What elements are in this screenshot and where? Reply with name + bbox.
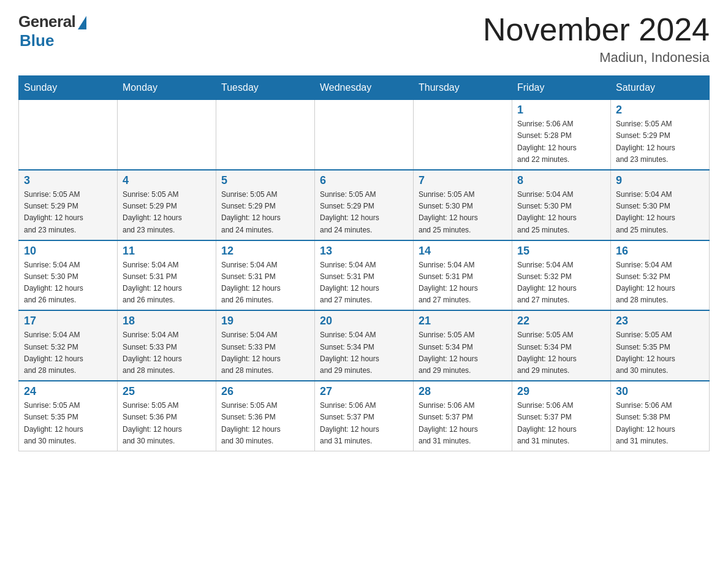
calendar-cell	[19, 100, 118, 170]
calendar-cell	[315, 100, 414, 170]
day-number: 9	[616, 174, 704, 187]
day-info: Sunrise: 5:04 AM Sunset: 5:33 PM Dayligh…	[221, 329, 309, 377]
weekday-header-monday: Monday	[118, 76, 216, 100]
day-number: 18	[123, 315, 211, 327]
weekday-header-row: SundayMondayTuesdayWednesdayThursdayFrid…	[19, 76, 710, 100]
calendar-cell: 29Sunrise: 5:06 AM Sunset: 5:37 PM Dayli…	[512, 381, 611, 451]
day-number: 26	[221, 385, 309, 398]
day-number: 1	[517, 104, 605, 117]
day-info: Sunrise: 5:06 AM Sunset: 5:37 PM Dayligh…	[419, 400, 507, 447]
day-number: 15	[517, 245, 605, 258]
day-number: 30	[616, 385, 704, 398]
calendar-cell: 17Sunrise: 5:04 AM Sunset: 5:32 PM Dayli…	[19, 310, 118, 381]
logo-blue-text: Blue	[20, 31, 54, 50]
day-info: Sunrise: 5:05 AM Sunset: 5:36 PM Dayligh…	[123, 400, 211, 447]
day-info: Sunrise: 5:05 AM Sunset: 5:30 PM Dayligh…	[419, 189, 507, 236]
calendar-cell: 27Sunrise: 5:06 AM Sunset: 5:37 PM Dayli…	[315, 381, 414, 451]
day-info: Sunrise: 5:04 AM Sunset: 5:32 PM Dayligh…	[616, 259, 704, 307]
day-number: 7	[419, 174, 507, 187]
calendar-cell	[414, 100, 512, 170]
day-info: Sunrise: 5:05 AM Sunset: 5:34 PM Dayligh…	[419, 329, 507, 377]
calendar-cell: 15Sunrise: 5:04 AM Sunset: 5:32 PM Dayli…	[512, 240, 611, 311]
calendar-week-row: 1Sunrise: 5:06 AM Sunset: 5:28 PM Daylig…	[19, 100, 710, 170]
calendar-cell: 20Sunrise: 5:04 AM Sunset: 5:34 PM Dayli…	[315, 310, 414, 381]
day-info: Sunrise: 5:05 AM Sunset: 5:29 PM Dayligh…	[24, 189, 112, 236]
weekday-header-thursday: Thursday	[414, 76, 512, 100]
day-info: Sunrise: 5:05 AM Sunset: 5:34 PM Dayligh…	[517, 329, 605, 377]
day-info: Sunrise: 5:04 AM Sunset: 5:30 PM Dayligh…	[24, 259, 112, 307]
day-number: 27	[320, 385, 408, 398]
day-info: Sunrise: 5:05 AM Sunset: 5:29 PM Dayligh…	[616, 118, 704, 166]
calendar-cell: 25Sunrise: 5:05 AM Sunset: 5:36 PM Dayli…	[118, 381, 216, 451]
calendar-cell: 11Sunrise: 5:04 AM Sunset: 5:31 PM Dayli…	[118, 240, 216, 311]
weekday-header-wednesday: Wednesday	[315, 76, 414, 100]
day-number: 12	[221, 245, 309, 258]
calendar-cell: 6Sunrise: 5:05 AM Sunset: 5:29 PM Daylig…	[315, 170, 414, 240]
day-number: 22	[517, 315, 605, 327]
day-info: Sunrise: 5:05 AM Sunset: 5:35 PM Dayligh…	[24, 400, 112, 447]
day-info: Sunrise: 5:06 AM Sunset: 5:37 PM Dayligh…	[517, 400, 605, 447]
calendar-cell: 18Sunrise: 5:04 AM Sunset: 5:33 PM Dayli…	[118, 310, 216, 381]
day-number: 8	[517, 174, 605, 187]
title-area: November 2024 Madiun, Indonesia	[483, 12, 710, 66]
weekday-header-friday: Friday	[512, 76, 611, 100]
calendar-cell: 23Sunrise: 5:05 AM Sunset: 5:35 PM Dayli…	[611, 310, 710, 381]
calendar-cell: 2Sunrise: 5:05 AM Sunset: 5:29 PM Daylig…	[611, 100, 710, 170]
day-info: Sunrise: 5:05 AM Sunset: 5:36 PM Dayligh…	[221, 400, 309, 447]
day-info: Sunrise: 5:05 AM Sunset: 5:35 PM Dayligh…	[616, 329, 704, 377]
weekday-header-tuesday: Tuesday	[216, 76, 315, 100]
day-number: 23	[616, 315, 704, 327]
calendar-cell: 9Sunrise: 5:04 AM Sunset: 5:30 PM Daylig…	[611, 170, 710, 240]
calendar-cell: 12Sunrise: 5:04 AM Sunset: 5:31 PM Dayli…	[216, 240, 315, 311]
day-info: Sunrise: 5:04 AM Sunset: 5:31 PM Dayligh…	[320, 259, 408, 307]
day-number: 25	[123, 385, 211, 398]
day-info: Sunrise: 5:04 AM Sunset: 5:32 PM Dayligh…	[24, 329, 112, 377]
day-number: 20	[320, 315, 408, 327]
day-number: 29	[517, 385, 605, 398]
day-info: Sunrise: 5:04 AM Sunset: 5:34 PM Dayligh…	[320, 329, 408, 377]
day-number: 16	[616, 245, 704, 258]
calendar-cell: 22Sunrise: 5:05 AM Sunset: 5:34 PM Dayli…	[512, 310, 611, 381]
day-number: 19	[221, 315, 309, 327]
weekday-header-saturday: Saturday	[611, 76, 710, 100]
calendar-cell: 7Sunrise: 5:05 AM Sunset: 5:30 PM Daylig…	[414, 170, 512, 240]
calendar-cell: 21Sunrise: 5:05 AM Sunset: 5:34 PM Dayli…	[414, 310, 512, 381]
calendar-cell: 5Sunrise: 5:05 AM Sunset: 5:29 PM Daylig…	[216, 170, 315, 240]
calendar-cell: 30Sunrise: 5:06 AM Sunset: 5:38 PM Dayli…	[611, 381, 710, 451]
day-number: 13	[320, 245, 408, 258]
day-info: Sunrise: 5:04 AM Sunset: 5:33 PM Dayligh…	[123, 329, 211, 377]
calendar-cell: 3Sunrise: 5:05 AM Sunset: 5:29 PM Daylig…	[19, 170, 118, 240]
logo-general-text: General	[18, 12, 75, 31]
day-number: 11	[123, 245, 211, 258]
calendar-cell: 10Sunrise: 5:04 AM Sunset: 5:30 PM Dayli…	[19, 240, 118, 311]
day-info: Sunrise: 5:06 AM Sunset: 5:28 PM Dayligh…	[517, 118, 605, 166]
day-number: 5	[221, 174, 309, 187]
calendar-week-row: 3Sunrise: 5:05 AM Sunset: 5:29 PM Daylig…	[19, 170, 710, 240]
day-number: 17	[24, 315, 112, 327]
calendar-cell: 14Sunrise: 5:04 AM Sunset: 5:31 PM Dayli…	[414, 240, 512, 311]
day-number: 3	[24, 174, 112, 187]
calendar-cell: 24Sunrise: 5:05 AM Sunset: 5:35 PM Dayli…	[19, 381, 118, 451]
weekday-header-sunday: Sunday	[19, 76, 118, 100]
location: Madiun, Indonesia	[483, 50, 710, 66]
day-number: 2	[616, 104, 704, 117]
day-number: 14	[419, 245, 507, 258]
day-info: Sunrise: 5:06 AM Sunset: 5:37 PM Dayligh…	[320, 400, 408, 447]
calendar-cell: 8Sunrise: 5:04 AM Sunset: 5:30 PM Daylig…	[512, 170, 611, 240]
calendar-week-row: 17Sunrise: 5:04 AM Sunset: 5:32 PM Dayli…	[19, 310, 710, 381]
calendar-cell	[118, 100, 216, 170]
header: General Blue November 2024 Madiun, Indon…	[18, 12, 710, 66]
calendar-cell: 4Sunrise: 5:05 AM Sunset: 5:29 PM Daylig…	[118, 170, 216, 240]
day-info: Sunrise: 5:04 AM Sunset: 5:31 PM Dayligh…	[221, 259, 309, 307]
calendar-cell: 1Sunrise: 5:06 AM Sunset: 5:28 PM Daylig…	[512, 100, 611, 170]
day-info: Sunrise: 5:05 AM Sunset: 5:29 PM Dayligh…	[123, 189, 211, 236]
day-number: 28	[419, 385, 507, 398]
day-number: 6	[320, 174, 408, 187]
day-number: 4	[123, 174, 211, 187]
day-info: Sunrise: 5:06 AM Sunset: 5:38 PM Dayligh…	[616, 400, 704, 447]
calendar-cell: 16Sunrise: 5:04 AM Sunset: 5:32 PM Dayli…	[611, 240, 710, 311]
logo-triangle-icon	[78, 16, 86, 29]
calendar-cell	[216, 100, 315, 170]
logo: General Blue	[18, 12, 86, 50]
day-number: 24	[24, 385, 112, 398]
